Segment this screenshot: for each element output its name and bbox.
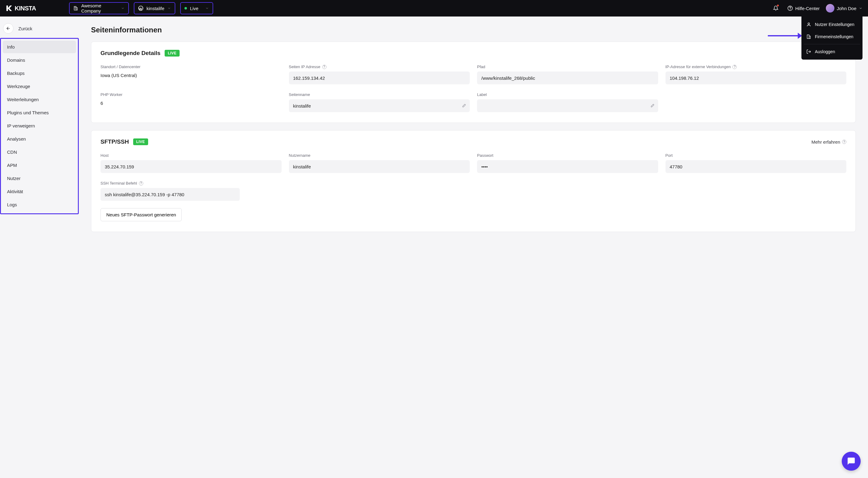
username-value[interactable]: kinstalife	[289, 160, 470, 173]
ext-ip-value[interactable]: 104.198.76.12	[665, 71, 847, 84]
help-icon[interactable]: ?	[322, 65, 327, 69]
avatar	[826, 4, 834, 12]
user-dropdown: Nutzer Einstellungen Firmeneinstellungen…	[801, 17, 863, 60]
generate-sftp-password-button[interactable]: Neues SFTP-Passwort generieren	[100, 208, 182, 221]
nav-ip-deny[interactable]: IP verweigern	[3, 119, 76, 132]
page-title: Seiteninformationen	[91, 26, 856, 34]
logout-icon	[806, 49, 811, 54]
back-row: Zurück	[0, 19, 79, 38]
arrow-left-icon	[6, 26, 11, 31]
site-selector[interactable]: kinstalife	[134, 2, 175, 14]
ext-ip-label: IP-Adresse für externe Verbindungen ?	[665, 64, 847, 69]
site-ip-value[interactable]: 162.159.134.42	[289, 71, 470, 84]
nav-backups[interactable]: Backups	[3, 67, 76, 80]
user-icon	[806, 22, 811, 27]
path-value[interactable]: /www/kinstalife_268/public	[477, 71, 658, 84]
help-icon[interactable]: ?	[139, 181, 143, 185]
help-center-label: Hilfe-Center	[795, 6, 820, 11]
notification-badge	[777, 5, 779, 6]
chevron-down-icon	[859, 6, 863, 10]
nav-activity[interactable]: Aktivität	[3, 185, 76, 198]
top-header: KINSTA Awesome Company kinstalife Live H…	[0, 0, 868, 17]
nav-analytics[interactable]: Analysen	[3, 132, 76, 145]
nav-cdn[interactable]: CDN	[3, 146, 76, 158]
path-label: Pfad	[477, 64, 658, 69]
location-value: Iowa (US Central)	[100, 71, 282, 78]
port-label: Port	[665, 153, 847, 158]
building-icon	[73, 6, 78, 11]
label-value[interactable]	[477, 99, 658, 112]
dropdown-user-settings[interactable]: Nutzer Einstellungen	[801, 18, 863, 31]
nav-domains[interactable]: Domains	[3, 54, 76, 66]
chevron-down-icon	[205, 6, 209, 10]
sitename-label: Seitenname	[289, 92, 470, 97]
ssh-cmd-label: SSH Terminal Befehl ?	[100, 181, 846, 185]
building-icon	[806, 34, 811, 39]
learn-more-link[interactable]: Mehr erfahren ?	[811, 139, 846, 145]
username-label: Nutzername	[289, 153, 470, 158]
live-badge: LIVE	[133, 139, 148, 145]
chevron-down-icon	[167, 6, 171, 10]
ssh-cmd-value[interactable]: ssh kinstalife@35.224.70.159 -p 47780	[100, 188, 240, 201]
location-label: Standort / Datencenter	[100, 64, 282, 69]
wordpress-icon	[138, 5, 144, 11]
password-label: Passwort	[477, 153, 658, 158]
nav-logs[interactable]: Logs	[3, 198, 76, 211]
user-name: John Doe	[837, 6, 857, 11]
svg-rect-1	[76, 8, 77, 10]
sftp-heading: SFTP/SSH	[100, 139, 129, 145]
svg-point-6	[790, 9, 790, 9]
site-ip-label: Seiten IP Adresse ?	[289, 64, 470, 69]
live-badge: LIVE	[165, 50, 180, 57]
company-name: Awesome Company	[81, 3, 118, 13]
php-worker-value: 6	[100, 99, 282, 106]
logo[interactable]: KINSTA	[5, 5, 36, 12]
host-value[interactable]: 35.224.70.159	[100, 160, 282, 173]
back-button[interactable]	[3, 23, 13, 34]
environment-selector[interactable]: Live	[180, 2, 213, 14]
host-label: Host	[100, 153, 282, 158]
help-icon: ?	[842, 140, 846, 144]
help-circle-icon	[787, 5, 793, 11]
back-label: Zurück	[18, 26, 32, 31]
dropdown-logout[interactable]: Ausloggen	[801, 46, 863, 58]
annotation-arrow	[768, 34, 802, 38]
svg-point-7	[808, 23, 809, 25]
company-selector[interactable]: Awesome Company	[69, 2, 129, 14]
svg-rect-9	[809, 36, 810, 38]
php-worker-label: PHP Worker	[100, 92, 282, 97]
nav-tools[interactable]: Werkzeuge	[3, 80, 76, 93]
sitename-value[interactable]: kinstalife	[289, 99, 470, 112]
pencil-icon[interactable]	[462, 103, 466, 108]
logo-text: KINSTA	[15, 5, 36, 12]
port-value[interactable]: 47780	[665, 160, 847, 173]
site-name: kinstalife	[147, 6, 164, 11]
help-icon[interactable]: ?	[733, 65, 737, 69]
user-menu[interactable]: John Doe	[826, 4, 863, 12]
chevron-down-icon	[121, 6, 125, 10]
svg-rect-8	[807, 35, 809, 38]
nav-users[interactable]: Nutzer	[3, 172, 76, 185]
label-label: Label	[477, 92, 658, 97]
pencil-icon[interactable]	[650, 103, 654, 108]
basic-heading: Grundlegende Details	[100, 50, 160, 57]
notifications-button[interactable]	[770, 3, 781, 14]
nav-redirects[interactable]: Weiterleitungen	[3, 93, 76, 106]
nav-apm[interactable]: APM	[3, 159, 76, 172]
env-name: Live	[190, 6, 202, 11]
nav-info[interactable]: Info	[3, 41, 76, 53]
nav-plugins-themes[interactable]: Plugins und Themes	[3, 107, 76, 119]
kinsta-logo-icon	[5, 5, 13, 12]
help-center-link[interactable]: Hilfe-Center	[787, 5, 820, 11]
status-dot-icon	[184, 7, 187, 9]
basic-details-card: Grundlegende Details LIVE Standort / Dat…	[91, 41, 856, 123]
password-value[interactable]: ••••	[477, 160, 658, 173]
sidebar-nav: Info Domains Backups Werkzeuge Weiterlei…	[0, 38, 79, 214]
dropdown-company-settings[interactable]: Firmeneinstellungen	[801, 31, 863, 43]
sftp-card: SFTP/SSH LIVE Mehr erfahren ? Host 35.22…	[91, 130, 856, 232]
